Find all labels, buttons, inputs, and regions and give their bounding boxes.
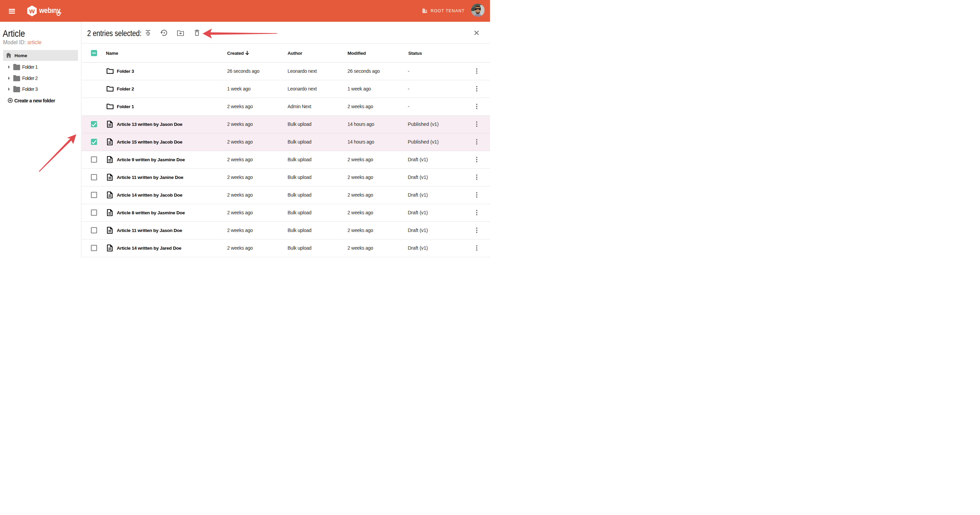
svg-text:w: w	[29, 7, 35, 14]
